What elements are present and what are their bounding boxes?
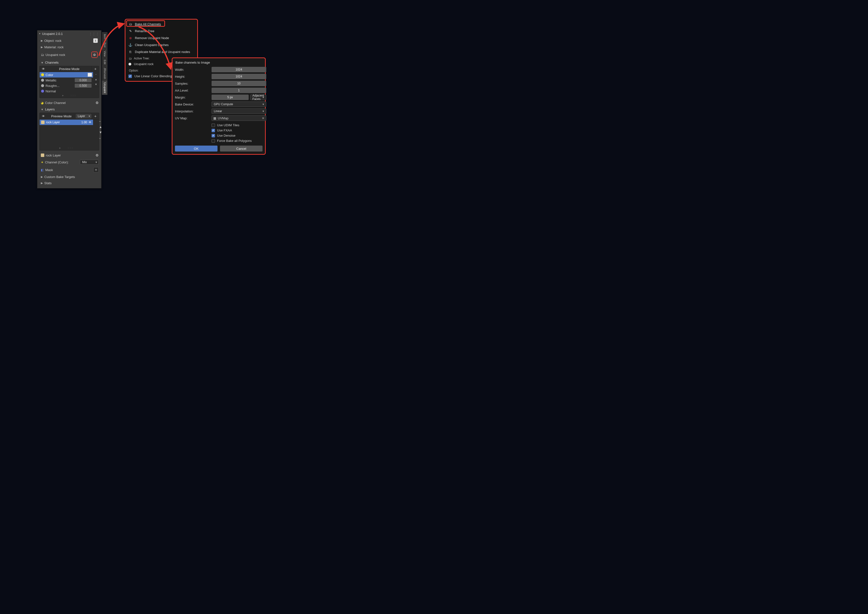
channels-list: − ▲ ▼ ColorMetallic0.000Roughn...0.500No…	[40, 72, 99, 98]
udim-checkbox[interactable]: Use UDIM Tiles	[212, 123, 266, 127]
panel-title-row[interactable]: ▸ Ucupaint 2.0.1 ⋮⋮⋮	[37, 30, 101, 37]
fxaa-checkbox[interactable]: Use FXAA	[212, 129, 266, 132]
layers-preview-row: 👁 Preview Mode Layer ＋	[40, 113, 99, 120]
grip-icon: ⋮⋮⋮	[89, 32, 99, 36]
menu-item[interactable]: ✎Rename Tree	[126, 28, 197, 34]
eye-icon[interactable]: 👁	[88, 121, 91, 124]
tab-jremesh[interactable]: JRemesh	[102, 66, 107, 81]
layer-up-button[interactable]: ▲	[99, 125, 105, 131]
tab-item[interactable]: Item	[102, 32, 107, 40]
menu-item-label: Duplicate Material and Ucupaint nodes	[135, 50, 190, 54]
triangle-down-icon: ▼	[41, 108, 43, 111]
menu-item[interactable]: ⊗Remove Ucupaint Node	[126, 34, 197, 41]
channels-section[interactable]: ▼ Channels	[37, 59, 101, 66]
menu-item-icon: ⚓	[129, 43, 132, 47]
eye-icon[interactable]: 👁	[40, 66, 47, 72]
menu-item[interactable]: ⎘Duplicate Material and Ucupaint nodes	[126, 48, 197, 55]
add-channel-button[interactable]: ＋	[91, 66, 99, 72]
material-label: Material: rock	[44, 45, 64, 49]
menu-item-icon: ⎘	[129, 50, 132, 54]
height-field[interactable]	[212, 74, 266, 79]
device-label: Bake Device:	[175, 103, 209, 106]
tab-ucupaint[interactable]: Ucupaint	[102, 81, 107, 95]
eye-icon[interactable]: 👁	[40, 113, 47, 119]
uvmap-field[interactable]: ▦ UVMap ✕	[212, 115, 266, 121]
image-icon	[41, 154, 44, 157]
remove-channel-button[interactable]: −	[93, 72, 99, 77]
force-bake-checkbox[interactable]: Force Bake all Polygons	[212, 139, 266, 143]
object-row[interactable]: ▶ Object: rock i	[37, 37, 101, 44]
layer-down-button[interactable]: ▼	[99, 131, 105, 136]
node-settings-button[interactable]: ⚙	[92, 52, 97, 58]
checkbox-icon	[212, 134, 215, 137]
uvmap-value: UVMap	[218, 117, 228, 120]
list-resize-handle[interactable]: ▶⋮⋮⋮	[40, 94, 99, 98]
triangle-right-icon: ▶	[41, 175, 43, 179]
channel-selector-label: Channel (Color):	[45, 160, 68, 164]
channel-row[interactable]: Color	[40, 72, 93, 78]
menu-item-icon: ⊗	[129, 36, 132, 40]
channel-row[interactable]: Roughn...0.500	[40, 83, 93, 89]
channel-value[interactable]: 0.000	[75, 78, 91, 82]
remove-layer-button[interactable]: −	[99, 120, 105, 125]
layer-footer-row: rock Layer ⚙	[37, 152, 101, 159]
tab-edit[interactable]: Edit	[102, 58, 107, 66]
margin-field[interactable]	[212, 95, 249, 100]
channels-preview-row: 👁 Preview Mode ＋	[40, 66, 99, 72]
channels-label: Channels	[45, 61, 59, 64]
stats-label: Stats	[44, 181, 52, 185]
device-select[interactable]: GPU Compute	[212, 101, 266, 107]
stats-row[interactable]: ▶ Stats	[37, 180, 101, 186]
aa-field[interactable]	[212, 88, 266, 93]
clear-uvmap-button[interactable]: ✕	[262, 117, 265, 120]
channel-row[interactable]: Metallic0.000	[40, 78, 93, 83]
channel-row[interactable]: Normal	[40, 89, 93, 94]
mask-label: Mask	[45, 168, 53, 172]
add-layer-button[interactable]: ＋	[91, 113, 99, 119]
active-tree-value: Ucupaint rock	[134, 62, 153, 66]
node-icon: 🗂	[41, 53, 44, 57]
mask-icon: ◧	[41, 168, 44, 172]
layers-section[interactable]: ▼ Layers	[37, 106, 101, 113]
info-badge-icon[interactable]: i	[93, 38, 98, 43]
ok-button[interactable]: OK	[175, 146, 217, 152]
samples-field[interactable]	[212, 81, 266, 86]
add-mask-button[interactable]: ＋	[93, 167, 99, 173]
preview-mode-button[interactable]: Preview Mode	[47, 66, 91, 72]
custom-bake-row[interactable]: ▶ Custom Bake Targets	[37, 174, 101, 180]
layer-opacity: 1.00	[81, 121, 87, 124]
width-field[interactable]	[212, 67, 266, 72]
move-down-button[interactable]: ▼	[93, 82, 99, 87]
list-resize-handle[interactable]: ▶⋮⋮⋮	[40, 146, 93, 150]
layer-scope-select[interactable]: Layer	[76, 114, 91, 118]
material-row[interactable]: ▶ Material: rock	[37, 44, 101, 50]
tab-view[interactable]: View	[102, 49, 107, 58]
denoise-checkbox[interactable]: Use Denoise	[212, 134, 266, 137]
move-up-button[interactable]: ▲	[93, 77, 99, 82]
checkbox-icon	[212, 139, 215, 143]
layer-menu-button[interactable]: ⌵	[99, 136, 105, 141]
interp-select[interactable]: Linear	[212, 109, 266, 114]
channel-dot-icon	[41, 90, 44, 93]
triangle-right-icon: ▶	[41, 182, 43, 185]
cancel-button[interactable]: Cancel	[220, 146, 262, 152]
chevron-down-icon: ▸	[39, 33, 41, 34]
triangle-down-icon: ▼	[41, 61, 43, 64]
tab-tool[interactable]: Tool	[102, 40, 107, 49]
margin-label: Margin:	[175, 96, 209, 99]
menu-item-icon: 🗂	[129, 22, 132, 26]
layer-preview-button[interactable]: Preview Mode	[47, 114, 76, 118]
color-swatch[interactable]	[88, 73, 92, 77]
menu-item[interactable]: ⚓Clean Ucupaint Caches	[126, 41, 197, 48]
channel-name: Roughn...	[45, 84, 73, 88]
layer-settings-button[interactable]: ⚙	[96, 153, 99, 157]
color-channel-settings[interactable]: ⚙	[96, 101, 99, 105]
interp-label: Interpolation:	[175, 109, 209, 113]
blend-mode-select[interactable]: Mix	[80, 160, 99, 165]
triangle-right-icon: ▶	[59, 147, 61, 149]
layer-row[interactable]: rock Layer 1.00 👁	[40, 120, 93, 125]
menu-item-label: Clean Ucupaint Caches	[135, 43, 169, 47]
mask-row: ◧ Mask ＋	[37, 166, 101, 174]
menu-item[interactable]: 🗂Bake All Channels	[126, 21, 197, 28]
channel-value[interactable]: 0.500	[75, 84, 91, 88]
